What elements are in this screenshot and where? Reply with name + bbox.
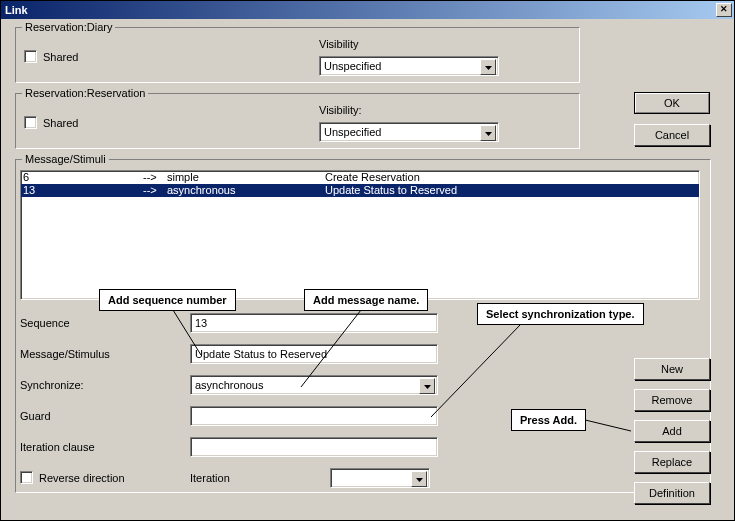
action-buttons: New Remove Add Replace Definition xyxy=(634,358,710,504)
titlebar[interactable]: Link ✕ xyxy=(1,1,734,19)
client-area: Reservation:Diary Shared Visibility Unsp… xyxy=(1,19,734,520)
remove-button[interactable]: Remove xyxy=(634,389,710,411)
link-dialog: Link ✕ Reservation:Diary Shared Visibili… xyxy=(0,0,735,521)
shared-checkbox-reservation[interactable] xyxy=(24,116,37,129)
visibility-label-diary: Visibility xyxy=(319,38,571,50)
message-input[interactable]: Update Status to Reserved xyxy=(190,344,438,364)
iteration-label: Iteration xyxy=(190,472,330,484)
iteration-clause-label: Iteration clause xyxy=(20,441,190,453)
message-list[interactable]: 6 --> simple Create Reservation 13 --> a… xyxy=(20,170,700,300)
chevron-down-icon[interactable] xyxy=(480,125,496,141)
guard-label: Guard xyxy=(20,410,190,422)
synchronize-label: Synchronize: xyxy=(20,379,190,391)
title-text: Link xyxy=(5,4,28,16)
add-button[interactable]: Add xyxy=(634,420,710,442)
shared-checkbox-diary[interactable] xyxy=(24,50,37,63)
message-stimuli-legend: Message/Stimuli xyxy=(22,153,109,165)
sequence-input[interactable]: 13 xyxy=(190,313,438,333)
shared-label-diary: Shared xyxy=(43,51,78,63)
dialog-buttons: OK Cancel xyxy=(634,92,710,146)
visibility-select-diary[interactable]: Unspecified xyxy=(319,56,499,76)
synchronize-select[interactable]: asynchronous xyxy=(190,375,438,395)
message-stimuli-group: Message/Stimuli 6 --> simple Create Rese… xyxy=(15,159,711,493)
reservation-diary-legend: Reservation:Diary xyxy=(22,21,115,33)
svg-marker-1 xyxy=(485,132,492,136)
iteration-select[interactable] xyxy=(330,468,430,488)
visibility-value-reservation: Unspecified xyxy=(324,126,381,138)
chevron-down-icon[interactable] xyxy=(411,471,427,487)
reservation-reservation-group: Reservation:Reservation Shared Visibilit… xyxy=(15,93,580,149)
form-area: Sequence 13 Message/Stimulus Update Stat… xyxy=(20,312,700,488)
callout-add: Press Add. xyxy=(511,409,586,431)
guard-input[interactable] xyxy=(190,406,438,426)
definition-button[interactable]: Definition xyxy=(634,482,710,504)
replace-button[interactable]: Replace xyxy=(634,451,710,473)
reservation-reservation-legend: Reservation:Reservation xyxy=(22,87,148,99)
callout-sequence: Add sequence number xyxy=(99,289,236,311)
message-label: Message/Stimulus xyxy=(20,348,190,360)
visibility-select-reservation[interactable]: Unspecified xyxy=(319,122,499,142)
chevron-down-icon[interactable] xyxy=(419,378,435,394)
iteration-clause-input[interactable] xyxy=(190,437,438,457)
new-button[interactable]: New xyxy=(634,358,710,380)
ok-button[interactable]: OK xyxy=(634,92,710,114)
shared-label-reservation: Shared xyxy=(43,117,78,129)
chevron-down-icon[interactable] xyxy=(480,59,496,75)
visibility-label-reservation: Visibility: xyxy=(319,104,571,116)
sequence-label: Sequence xyxy=(20,317,190,329)
callout-message: Add message name. xyxy=(304,289,428,311)
close-icon[interactable]: ✕ xyxy=(716,3,732,17)
list-row[interactable]: 6 --> simple Create Reservation xyxy=(21,171,699,184)
svg-marker-3 xyxy=(416,478,423,482)
visibility-value-diary: Unspecified xyxy=(324,60,381,72)
svg-marker-2 xyxy=(424,385,431,389)
callout-sync: Select synchronization type. xyxy=(477,303,644,325)
list-row[interactable]: 13 --> asynchronous Update Status to Res… xyxy=(21,184,699,197)
cancel-button[interactable]: Cancel xyxy=(634,124,710,146)
reverse-direction-checkbox[interactable] xyxy=(20,471,33,484)
reverse-direction-label: Reverse direction xyxy=(39,472,125,484)
svg-marker-0 xyxy=(485,66,492,70)
reservation-diary-group: Reservation:Diary Shared Visibility Unsp… xyxy=(15,27,580,83)
